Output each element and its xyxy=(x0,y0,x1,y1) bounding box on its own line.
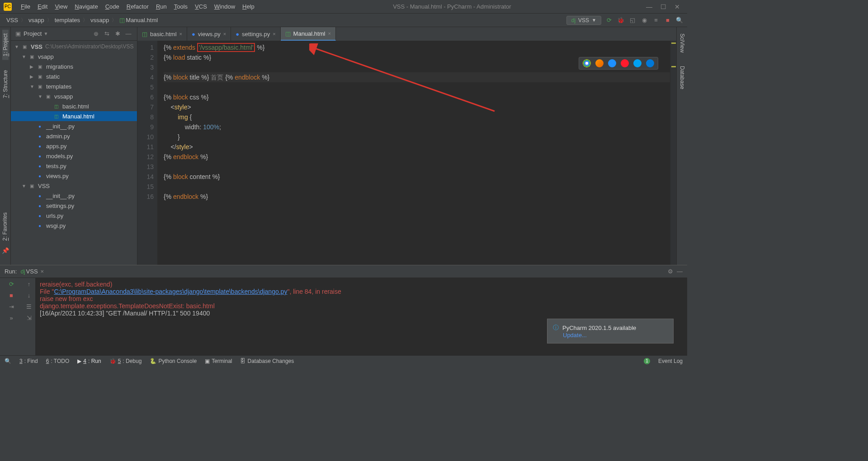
project-tree[interactable]: ▼ ▣ VSS C:\Users\Administrator\Desktop\V… xyxy=(11,41,137,265)
bottom-tool-dbchanges[interactable]: 🗄 Database Changes xyxy=(240,358,294,364)
more-icon[interactable]: » xyxy=(9,315,13,321)
settings-icon[interactable]: ✱ xyxy=(113,30,122,38)
minimize-icon[interactable]: — xyxy=(646,3,652,10)
code-line[interactable]: img { xyxy=(164,112,670,122)
up-icon[interactable]: ↑ xyxy=(28,281,31,287)
debug-icon[interactable]: 🐞 xyxy=(617,16,625,24)
code-editor[interactable]: 12345678910111213141516 {% extends '/vss… xyxy=(137,41,676,265)
tree-item[interactable]: ●urls.py xyxy=(11,211,137,221)
project-panel-title[interactable]: Project ▼ xyxy=(24,30,48,37)
bottom-tool-run[interactable]: ▶ 4: Run xyxy=(77,358,101,364)
code-line[interactable]: width: 100%; xyxy=(164,122,670,132)
edge-icon[interactable] xyxy=(646,59,654,67)
bottom-tool-find[interactable]: 3: Find xyxy=(19,358,38,364)
expand-icon[interactable]: ⇆ xyxy=(103,30,111,38)
ie-icon[interactable] xyxy=(633,59,642,67)
menu-vcs[interactable]: VCS xyxy=(191,3,211,10)
close-icon[interactable]: × xyxy=(223,31,226,37)
breadcrumb-item[interactable]: ◫Manual.html xyxy=(119,17,158,24)
pin-icon[interactable]: ⇥ xyxy=(9,303,14,310)
search-everywhere-icon[interactable]: 🔍 xyxy=(675,16,684,24)
close-icon[interactable]: × xyxy=(328,31,330,36)
tree-item[interactable]: ▶▣static xyxy=(11,71,137,81)
code-line[interactable]: </style> xyxy=(164,142,670,152)
editor-tab[interactable]: ◫Manual.html× xyxy=(281,27,336,41)
editor-tab[interactable]: ●views.py× xyxy=(187,27,231,41)
tree-item[interactable]: ◫Manual.html xyxy=(11,111,137,121)
stop-icon[interactable]: ■ xyxy=(664,16,672,24)
notification-action[interactable]: Update... xyxy=(563,332,668,339)
stacktrace-link[interactable]: C:\ProgramData\Anaconda3\lib\site-packag… xyxy=(54,288,287,295)
event-log-button[interactable]: Event Log xyxy=(658,358,683,364)
tree-item[interactable]: ▶▣migrations xyxy=(11,61,137,71)
code-line[interactable] xyxy=(164,182,670,192)
tree-item[interactable]: ▼▣templates xyxy=(11,81,137,91)
tree-item[interactable]: ●views.py xyxy=(11,171,137,181)
gear-icon[interactable]: ⚙ xyxy=(668,268,673,275)
run-config-tab[interactable]: dj VSS × xyxy=(20,268,44,275)
breadcrumb-item[interactable]: templates xyxy=(55,17,80,24)
tool-favorites[interactable]: 2: Favorites xyxy=(0,209,10,245)
close-icon[interactable]: ✕ xyxy=(675,3,680,10)
tree-item[interactable]: ▼▣VSS xyxy=(11,181,137,191)
breadcrumb[interactable]: VSS〉vsapp〉templates〉vssapp〉◫Manual.html xyxy=(0,17,158,24)
menu-file[interactable]: File xyxy=(17,3,34,10)
close-icon[interactable]: × xyxy=(41,268,44,275)
tree-item[interactable]: ●wsgi.py xyxy=(11,221,137,230)
wrap-icon[interactable]: ☰ xyxy=(26,303,32,310)
code-line[interactable] xyxy=(164,82,670,92)
profile-icon[interactable]: ◉ xyxy=(640,16,648,24)
breadcrumb-item[interactable]: VSS xyxy=(6,17,18,24)
code-line[interactable] xyxy=(164,162,670,172)
code-line[interactable]: {% extends '/vssapp/basic.html' %} xyxy=(164,42,670,52)
tree-item[interactable]: ●models.py xyxy=(11,151,137,161)
rerun-icon[interactable]: ⟳ xyxy=(9,281,14,287)
tree-item[interactable]: ●__init__.py xyxy=(11,121,137,131)
menu-refactor[interactable]: Refactor xyxy=(123,3,152,10)
breadcrumb-item[interactable]: vssapp xyxy=(90,17,109,24)
stop-icon[interactable]: ■ xyxy=(9,292,13,299)
run-config-select[interactable]: dj VSS ▼ xyxy=(566,16,601,25)
tree-item[interactable]: ●apps.py xyxy=(11,141,137,151)
firefox-icon[interactable] xyxy=(595,59,604,67)
hide-icon[interactable]: — xyxy=(677,268,683,275)
locate-icon[interactable]: ⊕ xyxy=(92,30,100,38)
editor-overview-ruler[interactable] xyxy=(670,41,676,265)
tool-structure[interactable]: 7: Structure xyxy=(2,66,9,102)
menu-view[interactable]: View xyxy=(51,3,71,10)
editor-code[interactable]: {% extends '/vssapp/basic.html' %}{% loa… xyxy=(157,41,670,265)
tool-database[interactable]: Database xyxy=(679,62,685,93)
code-line[interactable]: <style> xyxy=(164,102,670,112)
code-line[interactable]: {% block content %} xyxy=(164,172,670,182)
bottom-tool-terminal[interactable]: ▣ Terminal xyxy=(205,358,232,364)
opera-icon[interactable] xyxy=(621,59,629,67)
update-notification[interactable]: ⓘPyCharm 2020.1.5 available Update... xyxy=(547,319,674,343)
bookmark-icon[interactable]: 📌 xyxy=(0,245,11,254)
code-line[interactable]: } xyxy=(164,132,670,142)
scroll-icon[interactable]: ⇲ xyxy=(27,315,32,321)
code-line[interactable]: {% endblock %} xyxy=(164,192,670,202)
tree-item[interactable]: ●settings.py xyxy=(11,201,137,211)
tool-sciview[interactable]: SciView xyxy=(679,30,685,56)
maximize-icon[interactable]: ☐ xyxy=(660,3,666,10)
editor-tab[interactable]: ◫basic.html× xyxy=(137,27,187,41)
code-line[interactable]: {% block title %} 首页 {% endblock %} xyxy=(164,72,670,82)
tree-root[interactable]: ▼ ▣ VSS C:\Users\Administrator\Desktop\V… xyxy=(11,42,137,52)
menu-help[interactable]: Help xyxy=(239,3,258,10)
coverage-icon[interactable]: ◱ xyxy=(628,16,637,24)
down-icon[interactable]: ↓ xyxy=(28,292,31,299)
menu-edit[interactable]: Edit xyxy=(34,3,51,10)
hide-icon[interactable]: — xyxy=(124,30,132,38)
editor-tab[interactable]: ●settings.py× xyxy=(231,27,280,41)
tree-item[interactable]: ●__init__.py xyxy=(11,191,137,201)
menu-navigate[interactable]: Navigate xyxy=(71,3,101,10)
close-icon[interactable]: × xyxy=(179,31,182,37)
tree-item[interactable]: ▼▣vssapp xyxy=(11,91,137,101)
code-line[interactable]: {% endblock %} xyxy=(164,152,670,162)
tree-item[interactable]: ▼▣vsapp xyxy=(11,52,137,61)
bottom-tool-todo[interactable]: 6: TODO xyxy=(46,358,70,364)
menu-run[interactable]: Run xyxy=(152,3,170,10)
tree-item[interactable]: ●admin.py xyxy=(11,131,137,141)
bottom-tool-pyconsole[interactable]: 🐍 Python Console xyxy=(150,358,197,364)
concurrency-icon[interactable]: ≡ xyxy=(652,16,660,24)
